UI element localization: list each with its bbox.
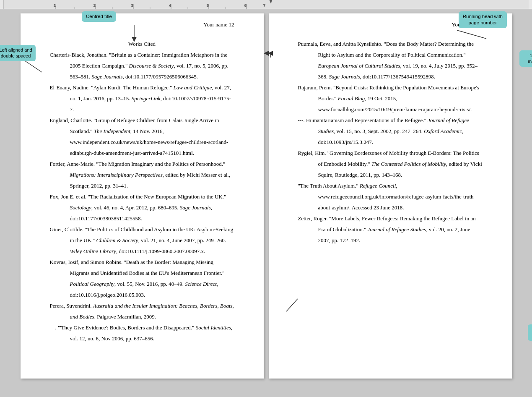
bib-entry-14: "The Truth About Asylum." Refugee Counci… xyxy=(298,180,483,213)
annotation-1inch-margins: 1-inchmargins xyxy=(519,50,532,67)
bib-entry-4: Fortier, Anne-Marie. "The Migration Imag… xyxy=(50,159,234,191)
bib-entry-10: Puumala, Eeva, and Anitta Kynsilehto. "D… xyxy=(298,39,483,82)
main-area: Centred title Running head withpage numb… xyxy=(0,9,532,387)
svg-text:2: 2 xyxy=(93,3,96,8)
svg-text:7: 7 xyxy=(263,3,265,8)
bib-entry-15: Zetter, Roger. "More Labels, Fewer Refug… xyxy=(298,213,483,246)
page-12: Your name 12 Works Cited Charteris-Black… xyxy=(21,13,264,379)
svg-rect-0 xyxy=(3,0,529,9)
bib-entry-13: Rygiel, Kim. "Governing Borderzones of M… xyxy=(298,148,483,180)
page13-wrapper: 1-inchmargins Hanging indentof 0.5 inche… xyxy=(269,13,512,379)
bib-entry-8: Perera, Suvendrini. Australia and the In… xyxy=(50,300,234,322)
bib-entry-1: Charteris-Black, Jonathan. "Britain as a… xyxy=(50,50,234,82)
svg-text:5: 5 xyxy=(207,3,209,8)
svg-text:3: 3 xyxy=(131,3,133,8)
annotation-left-aligned: Left aligned anddouble spaced xyxy=(0,45,36,61)
works-cited-list-cont: Puumala, Eeva, and Anitta Kynsilehto. "D… xyxy=(298,39,483,246)
bib-entry-11: Rajaram, Prem. "Beyond Crisis: Rethinkin… xyxy=(298,82,483,115)
svg-text:4: 4 xyxy=(169,3,171,8)
annotation-hanging-indent: Hanging indentof 0.5 inches xyxy=(528,324,532,341)
bib-entry-12: ---. Humanitarianism and Representations… xyxy=(298,115,483,148)
bib-entry-5: Fox, Jon E. et al. "The Racialization of… xyxy=(50,191,234,224)
svg-text:6: 6 xyxy=(244,3,247,8)
two-pages: Your name 12 Works Cited Charteris-Black… xyxy=(21,13,512,379)
ruler-svg: 1 2 3 4 5 6 7 xyxy=(3,0,529,9)
page12-header: Your name 12 xyxy=(203,22,234,27)
bib-entry-9: ---. "'They Give Evidence': Bodies, Bord… xyxy=(50,322,234,344)
bib-entry-6: Giner, Clotilde. "The Politics of Childh… xyxy=(50,224,234,257)
bib-entry-3: England, Charlotte. "Group of Refugee Ch… xyxy=(50,115,234,159)
works-cited-list: Charteris-Black, Jonathan. "Britain as a… xyxy=(50,50,234,344)
annotation-running-head: Running head withpage number xyxy=(459,11,507,28)
annotation-centred-title: Centred title xyxy=(82,11,116,22)
bib-entry-2: El-Enany, Nadine. "Aylan Kurdi: The Huma… xyxy=(50,82,234,115)
page-13: Your name 13 Puumala, Eeva, and Anitta K… xyxy=(269,13,512,379)
svg-text:1: 1 xyxy=(54,3,56,8)
works-cited-title: Works Cited xyxy=(50,39,234,50)
page12-wrapper: Your name 12 Works Cited Charteris-Black… xyxy=(21,13,264,379)
bib-entry-7: Kovras, Iosif, and Simon Robins. "Death … xyxy=(50,257,234,300)
ruler: 1 2 3 4 5 6 7 xyxy=(0,0,532,9)
